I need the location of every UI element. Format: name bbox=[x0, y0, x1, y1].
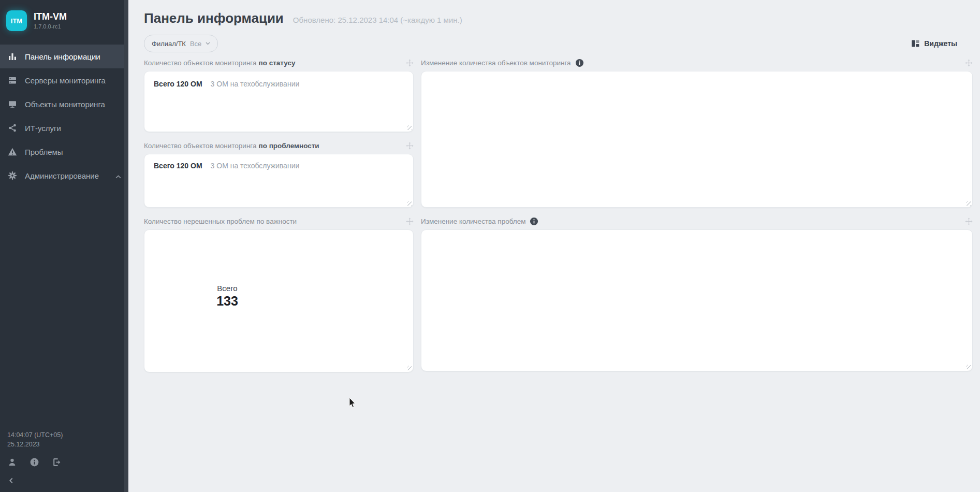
share-icon bbox=[7, 123, 18, 133]
updated-status: Обновлено: 25.12.2023 14:04 (~каждую 1 м… bbox=[293, 16, 462, 24]
logout-icon[interactable] bbox=[52, 457, 62, 467]
severity-donut-chart: Всего 133 bbox=[154, 234, 305, 368]
total-om-label: Всего 120 ОМ bbox=[154, 80, 202, 88]
maintenance-note: 3 ОМ на техобслуживании bbox=[211, 162, 300, 170]
app-root: ITM ITM-VM 1.7.0.0-rc1 Панель информации… bbox=[0, 0, 980, 492]
donut-center-total: 133 bbox=[216, 294, 238, 309]
sidebar-item-1[interactable]: Панель информации bbox=[0, 45, 128, 68]
sidebar-footer: 14:04:07 (UTC+05) 25.12.2023 bbox=[0, 425, 128, 492]
sidebar-item-label: Панель информации bbox=[25, 52, 100, 61]
sidebar-item-6[interactable]: Администрирование bbox=[0, 164, 128, 187]
logo-text: ITM bbox=[11, 17, 22, 25]
drag-move-icon[interactable] bbox=[406, 218, 414, 225]
chevron-up-icon bbox=[115, 171, 121, 180]
widget-title-text: Количество объектов мониторинга bbox=[144, 59, 256, 67]
widget-title-om-trend: Изменение количества объектов мониторинг… bbox=[421, 57, 973, 68]
widget-om-by-problem: Всего 120 ОМ 3 ОМ на техобслуживании bbox=[144, 154, 414, 208]
widgets-grid-icon bbox=[911, 39, 919, 48]
widget-title-text: Изменение количества проблем bbox=[421, 218, 525, 225]
sidebar-item-label: Объекты мониторинга bbox=[25, 100, 105, 109]
sidebar-item-4[interactable]: ИТ-услуги bbox=[0, 116, 128, 140]
drag-move-icon[interactable] bbox=[965, 218, 973, 225]
sidebar: ITM ITM-VM 1.7.0.0-rc1 Панель информации… bbox=[0, 0, 128, 492]
widget-title-om-by-problem: Количество объектов мониторингапо пробле… bbox=[144, 140, 414, 151]
widget-title-text: Количество объектов мониторинга bbox=[144, 142, 256, 150]
widget-title-problem-trend: Изменение количества проблем bbox=[421, 216, 973, 226]
widget-title-bold: по статусу bbox=[258, 59, 295, 67]
status-stacked-bar bbox=[154, 95, 404, 108]
chevron-down-icon bbox=[206, 42, 210, 45]
app-logo: ITM bbox=[6, 10, 27, 31]
sidebar-item-label: Проблемы bbox=[25, 148, 63, 156]
widget-title-om-by-status: Количество объектов мониторингапо статус… bbox=[144, 57, 414, 68]
brand: ITM ITM-VM 1.7.0.0-rc1 bbox=[0, 0, 128, 42]
widget-problem-trend bbox=[421, 229, 973, 371]
warning-icon bbox=[7, 147, 18, 157]
monitor-icon bbox=[7, 99, 18, 109]
drag-move-icon[interactable] bbox=[965, 59, 973, 67]
info-circle-icon[interactable] bbox=[575, 59, 584, 67]
sidebar-item-2[interactable]: Серверы мониторинга bbox=[0, 68, 128, 92]
filter-label: Филиал/ТК bbox=[152, 40, 186, 48]
sidebar-item-label: Серверы мониторинга bbox=[25, 76, 106, 85]
sidebar-item-label: ИТ-услуги bbox=[25, 124, 61, 133]
maintenance-note: 3 ОМ на техобслуживании bbox=[211, 80, 300, 88]
donut-center-label: Всего bbox=[217, 284, 237, 293]
page-title: Панель информации bbox=[144, 10, 284, 26]
total-om-label: Всего 120 ОМ bbox=[154, 162, 202, 170]
widget-title-text: Количество нерешенных проблем по важност… bbox=[144, 218, 297, 225]
sidebar-collapse-chevron[interactable] bbox=[7, 476, 121, 485]
widget-om-trend bbox=[421, 71, 973, 208]
widget-title-severity: Количество нерешенных проблем по важност… bbox=[144, 216, 414, 226]
info-icon[interactable] bbox=[30, 457, 39, 467]
sidebar-item-5[interactable]: Проблемы bbox=[0, 140, 128, 164]
om-trend-chart bbox=[431, 95, 963, 191]
sidebar-menu: Панель информацииСерверы мониторингаОбъе… bbox=[0, 45, 128, 425]
mouse-cursor bbox=[349, 398, 358, 411]
bar-chart-icon bbox=[7, 51, 18, 62]
problem-trend-chart bbox=[431, 251, 963, 355]
drag-move-icon[interactable] bbox=[406, 142, 414, 150]
widgets-button-label: Виджеты bbox=[924, 39, 957, 48]
app-name: ITM-VM bbox=[34, 12, 67, 22]
filter-value: Все bbox=[190, 40, 201, 48]
app-version: 1.7.0.0-rc1 bbox=[34, 23, 67, 30]
clock-date: 25.12.2023 bbox=[7, 440, 121, 449]
widget-title-bold: по проблемности bbox=[258, 142, 319, 150]
widget-title-text: Изменение количества объектов мониторинг… bbox=[421, 59, 571, 67]
clock-time: 14:04:07 (UTC+05) bbox=[7, 430, 121, 440]
widgets-button[interactable]: Виджеты bbox=[911, 39, 957, 48]
servers-icon bbox=[7, 75, 18, 85]
widget-severity-donut: Всего 133 bbox=[144, 229, 414, 372]
sidebar-item-3[interactable]: Объекты мониторинга bbox=[0, 92, 128, 116]
main-content: Панель информации Обновлено: 25.12.2023 … bbox=[128, 0, 980, 492]
branch-filter-chip[interactable]: Филиал/ТК Все bbox=[144, 35, 218, 52]
drag-move-icon[interactable] bbox=[406, 59, 414, 67]
widget-om-by-status: Всего 120 ОМ 3 ОМ на техобслуживании bbox=[144, 71, 414, 132]
user-icon[interactable] bbox=[7, 457, 17, 467]
sidebar-item-label: Администрирование bbox=[25, 171, 99, 180]
problem-stacked-bar bbox=[154, 177, 404, 190]
info-circle-icon[interactable] bbox=[530, 217, 538, 226]
gear-icon bbox=[7, 170, 18, 181]
